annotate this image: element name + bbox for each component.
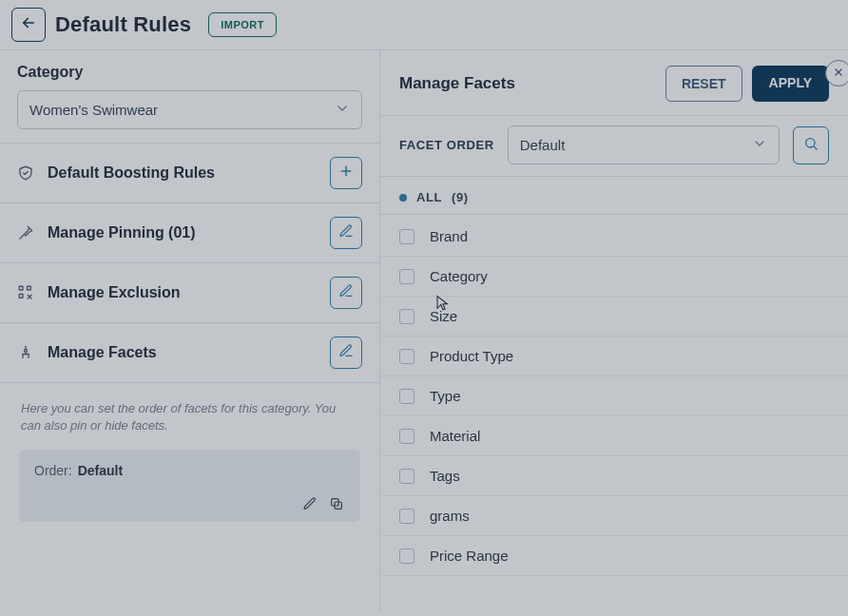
facets-icon bbox=[17, 344, 34, 361]
search-icon bbox=[803, 136, 819, 155]
left-column: Category Women's Swimwear Default Boosti… bbox=[0, 50, 380, 612]
facets-hint: Here you can set the order of facets for… bbox=[17, 389, 362, 450]
checkbox[interactable] bbox=[399, 469, 414, 484]
row-pinning-label: Manage Pinning (01) bbox=[48, 224, 196, 241]
category-selected-value: Women's Swimwear bbox=[29, 102, 158, 118]
close-icon bbox=[833, 65, 844, 82]
order-card: Order: Default bbox=[19, 450, 360, 522]
checkbox[interactable] bbox=[399, 389, 414, 404]
facet-label: Product Type bbox=[430, 348, 513, 364]
facet-item[interactable]: Size bbox=[380, 297, 848, 337]
facet-item[interactable]: Material bbox=[380, 416, 848, 456]
facet-label: Type bbox=[430, 388, 461, 404]
plus-icon bbox=[338, 164, 354, 183]
svg-rect-5 bbox=[19, 295, 23, 298]
chevron-down-icon bbox=[752, 136, 767, 154]
facet-order-select[interactable]: Default bbox=[508, 125, 780, 164]
app-root: Default Rules IMPORT Category Women's Sw… bbox=[0, 0, 848, 616]
back-button[interactable] bbox=[11, 8, 46, 42]
order-actions bbox=[34, 495, 345, 512]
arrow-left-icon bbox=[20, 14, 37, 35]
reset-button[interactable]: RESET bbox=[665, 66, 742, 102]
chevron-down-icon bbox=[335, 101, 350, 119]
facet-list: BrandCategorySizeProduct TypeTypeMateria… bbox=[380, 215, 848, 612]
svg-line-14 bbox=[814, 146, 817, 149]
order-line: Order: Default bbox=[34, 463, 345, 478]
manage-facets-panel: Manage Facets RESET APPLY FACET ORDER De… bbox=[380, 50, 848, 612]
checkbox[interactable] bbox=[399, 229, 414, 244]
facet-item[interactable]: Product Type bbox=[380, 337, 848, 376]
edit-icon bbox=[338, 343, 354, 362]
svg-rect-3 bbox=[19, 286, 23, 290]
row-facets-label: Manage Facets bbox=[48, 344, 157, 361]
edit-facets-button[interactable] bbox=[330, 337, 362, 369]
row-facets: Manage Facets bbox=[0, 322, 379, 382]
facet-label: Tags bbox=[430, 468, 460, 484]
exclusion-icon bbox=[17, 284, 34, 301]
facet-item[interactable]: Category bbox=[380, 257, 848, 297]
facet-label: Size bbox=[430, 308, 457, 324]
add-boost-button[interactable] bbox=[330, 157, 362, 189]
checkbox[interactable] bbox=[399, 509, 414, 524]
panel-header: Manage Facets RESET APPLY bbox=[380, 50, 848, 115]
panel-buttons: RESET APPLY bbox=[665, 66, 829, 102]
content-area: Category Women's Swimwear Default Boosti… bbox=[0, 49, 848, 612]
edit-icon bbox=[338, 283, 354, 302]
facet-search-button[interactable] bbox=[793, 126, 829, 164]
facet-label: Material bbox=[430, 428, 480, 444]
checkbox[interactable] bbox=[399, 309, 414, 324]
all-label: ALL bbox=[416, 190, 442, 204]
facet-label: grams bbox=[430, 508, 470, 524]
facet-label: Price Range bbox=[430, 548, 509, 564]
edit-exclusion-button[interactable] bbox=[330, 277, 362, 309]
svg-line-2 bbox=[20, 235, 24, 239]
bullet-icon bbox=[399, 194, 407, 202]
facet-label: Category bbox=[430, 268, 488, 284]
row-left: Default Boosting Rules bbox=[17, 164, 215, 182]
edit-pinning-button[interactable] bbox=[330, 217, 362, 249]
facet-item[interactable]: Type bbox=[380, 376, 848, 416]
checkbox[interactable] bbox=[399, 349, 414, 364]
order-value: Default bbox=[78, 463, 123, 478]
category-select[interactable]: Women's Swimwear bbox=[17, 90, 362, 129]
page-header: Default Rules IMPORT bbox=[0, 0, 848, 49]
edit-icon bbox=[338, 223, 354, 242]
pin-icon bbox=[17, 224, 34, 241]
facet-order-label: FACET ORDER bbox=[399, 138, 494, 152]
all-filter-row[interactable]: ALL (9) bbox=[380, 177, 848, 215]
page-title: Default Rules bbox=[55, 12, 191, 37]
edit-order-button[interactable] bbox=[301, 495, 318, 512]
row-pinning: Manage Pinning (01) bbox=[0, 202, 379, 262]
panel-title: Manage Facets bbox=[399, 74, 515, 93]
facet-item[interactable]: grams bbox=[380, 496, 848, 536]
all-count: (9) bbox=[452, 190, 469, 204]
shield-icon bbox=[17, 164, 34, 182]
facet-item[interactable]: Price Range bbox=[380, 536, 848, 576]
facets-summary: Here you can set the order of facets for… bbox=[0, 382, 379, 535]
row-boosting: Default Boosting Rules bbox=[0, 143, 379, 202]
svg-rect-4 bbox=[28, 286, 31, 290]
import-button[interactable]: IMPORT bbox=[208, 12, 277, 37]
svg-point-13 bbox=[806, 138, 815, 146]
order-label: Order: bbox=[34, 463, 72, 478]
facet-order-row: FACET ORDER Default bbox=[380, 115, 848, 177]
facet-order-value: Default bbox=[520, 137, 566, 153]
checkbox[interactable] bbox=[399, 549, 414, 564]
apply-button[interactable]: APPLY bbox=[752, 66, 829, 102]
checkbox[interactable] bbox=[399, 269, 414, 284]
copy-order-button[interactable] bbox=[328, 495, 345, 512]
row-exclusion: Manage Exclusion bbox=[0, 262, 379, 322]
facet-item[interactable]: Brand bbox=[380, 217, 848, 257]
close-panel-button[interactable] bbox=[825, 60, 848, 87]
row-boosting-label: Default Boosting Rules bbox=[48, 164, 215, 182]
category-section: Category Women's Swimwear bbox=[0, 50, 379, 143]
checkbox[interactable] bbox=[399, 429, 414, 444]
facet-label: Brand bbox=[430, 228, 468, 244]
category-heading: Category bbox=[17, 64, 362, 81]
row-exclusion-label: Manage Exclusion bbox=[48, 284, 181, 301]
facet-item[interactable]: Tags bbox=[380, 456, 848, 496]
